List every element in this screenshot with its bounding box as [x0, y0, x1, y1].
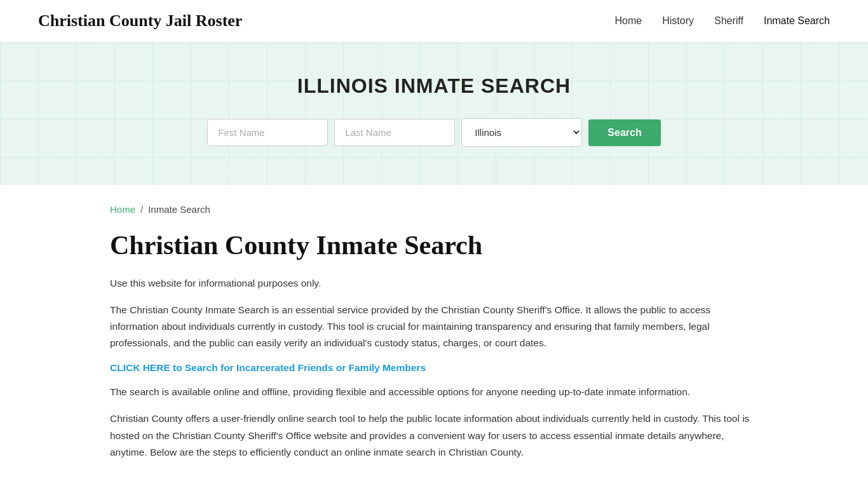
nav-history[interactable]: History — [662, 15, 694, 27]
nav-sheriff[interactable]: Sheriff — [714, 15, 743, 27]
hero-title: ILLINOIS INMATE SEARCH — [13, 74, 855, 98]
state-select[interactable]: IllinoisAlabamaAlaskaArizonaArkansasCali… — [461, 118, 582, 147]
intro-paragraph: Use this website for informational purpo… — [110, 276, 758, 292]
breadcrumb-home[interactable]: Home — [110, 204, 135, 215]
site-title: Christian County Jail Roster — [38, 11, 242, 30]
body-paragraph-3: Christian County offers a user-friendly … — [110, 410, 758, 461]
breadcrumb-current: Inmate Search — [148, 204, 210, 215]
first-name-input[interactable] — [207, 119, 328, 146]
breadcrumb-separator: / — [140, 204, 143, 215]
header: Christian County Jail Roster Home Histor… — [0, 0, 868, 43]
body-paragraph-1: The Christian County Inmate Search is an… — [110, 302, 758, 352]
body-paragraph-2: The search is available online and offli… — [110, 384, 758, 400]
search-form: IllinoisAlabamaAlaskaArizonaArkansasCali… — [13, 118, 855, 147]
search-button[interactable]: Search — [588, 119, 660, 146]
breadcrumb: Home / Inmate Search — [110, 204, 758, 215]
last-name-input[interactable] — [334, 119, 455, 146]
cta-link[interactable]: CLICK HERE to Search for Incarcerated Fr… — [110, 362, 426, 374]
nav-home[interactable]: Home — [615, 15, 642, 27]
main-nav: Home History Sheriff Inmate Search — [615, 15, 830, 27]
main-content: Home / Inmate Search Christian County In… — [72, 185, 796, 488]
hero-banner: ILLINOIS INMATE SEARCH IllinoisAlabamaAl… — [0, 43, 868, 185]
nav-inmate-search[interactable]: Inmate Search — [764, 15, 830, 27]
page-title: Christian County Inmate Search — [110, 230, 758, 261]
